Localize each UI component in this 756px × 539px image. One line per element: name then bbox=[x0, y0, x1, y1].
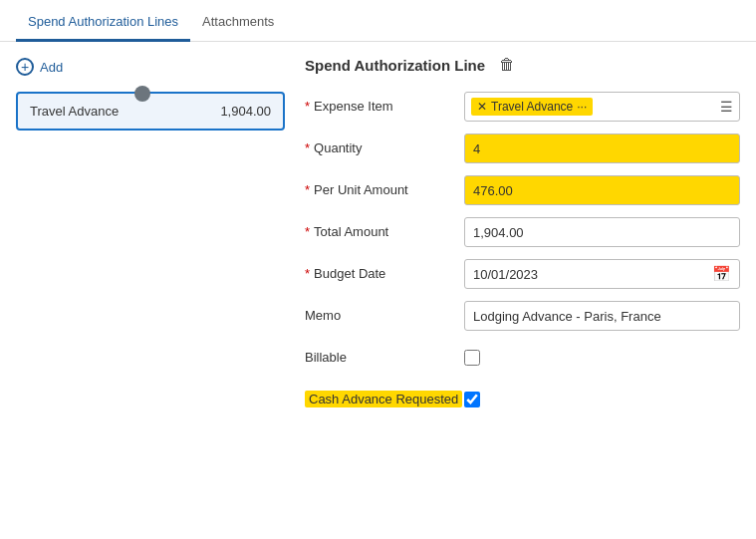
add-button-label: Add bbox=[40, 60, 63, 75]
cash-advance-label-wrap: Cash Advance Requested bbox=[305, 385, 464, 406]
left-panel: + Add Travel Advance 1,904.00 bbox=[16, 54, 285, 426]
expense-tag-text: Travel Advance bbox=[491, 100, 573, 114]
add-button[interactable]: + Add bbox=[16, 54, 63, 80]
required-star-qty: * bbox=[305, 140, 310, 155]
line-item-name: Travel Advance bbox=[30, 104, 119, 119]
budget-date-input[interactable] bbox=[473, 267, 708, 282]
memo-input[interactable] bbox=[464, 301, 740, 331]
cash-advance-control bbox=[464, 385, 740, 414]
quantity-label: *Quantity bbox=[305, 134, 464, 155]
cash-advance-label: Cash Advance Requested bbox=[305, 391, 462, 407]
required-star: * bbox=[305, 99, 310, 114]
quantity-control bbox=[464, 134, 740, 163]
expense-item-control: ✕ Travel Advance ··· ☰ bbox=[464, 92, 740, 122]
line-item[interactable]: Travel Advance 1,904.00 bbox=[16, 92, 285, 131]
tab-bar: Spend Authorization Lines Attachments bbox=[0, 0, 756, 42]
section-header: Spend Authorization Line 🗑 bbox=[305, 54, 740, 76]
billable-checkbox[interactable] bbox=[464, 350, 480, 366]
required-star-bd: * bbox=[305, 266, 310, 281]
expense-item-field[interactable]: ✕ Travel Advance ··· ☰ bbox=[464, 92, 740, 122]
quantity-input[interactable] bbox=[464, 134, 740, 163]
date-field-wrap: 📅 bbox=[464, 259, 740, 289]
expense-tag-x[interactable]: ✕ bbox=[477, 100, 487, 114]
line-item-amount: 1,904.00 bbox=[220, 104, 271, 119]
expense-item-tag: ✕ Travel Advance ··· bbox=[471, 98, 593, 116]
total-amount-row: *Total Amount bbox=[305, 217, 740, 249]
budget-date-label: *Budget Date bbox=[305, 259, 464, 281]
memo-control bbox=[464, 301, 740, 331]
per-unit-amount-row: *Per Unit Amount bbox=[305, 175, 740, 207]
budget-date-control: 📅 bbox=[464, 259, 740, 289]
per-unit-amount-label: *Per Unit Amount bbox=[305, 175, 464, 197]
total-amount-input[interactable] bbox=[464, 217, 740, 247]
billable-label: Billable bbox=[305, 343, 464, 365]
cash-advance-checkbox-wrap bbox=[464, 385, 740, 414]
quantity-row: *Quantity bbox=[305, 134, 740, 165]
memo-label: Memo bbox=[305, 301, 464, 323]
main-content: + Add Travel Advance 1,904.00 Spend Auth… bbox=[0, 42, 756, 438]
billable-checkbox-wrap bbox=[464, 343, 740, 373]
tab-attachments[interactable]: Attachments bbox=[190, 0, 286, 42]
delete-button[interactable]: 🗑 bbox=[495, 54, 519, 76]
required-star-pua: * bbox=[305, 182, 310, 197]
billable-row: Billable bbox=[305, 343, 740, 375]
calendar-icon[interactable]: 📅 bbox=[712, 265, 731, 283]
expense-item-row: *Expense Item ✕ Travel Advance ··· ☰ bbox=[305, 92, 740, 124]
expense-item-label: *Expense Item bbox=[305, 92, 464, 114]
tab-spend-authorization-lines[interactable]: Spend Authorization Lines bbox=[16, 0, 190, 42]
required-star-ta: * bbox=[305, 224, 310, 239]
list-icon[interactable]: ☰ bbox=[720, 99, 733, 115]
cash-advance-checkbox[interactable] bbox=[464, 392, 480, 407]
section-title: Spend Authorization Line bbox=[305, 57, 485, 74]
right-panel: Spend Authorization Line 🗑 *Expense Item… bbox=[285, 54, 740, 426]
expense-tag-dots: ··· bbox=[577, 100, 587, 114]
drag-handle[interactable] bbox=[134, 86, 150, 102]
budget-date-row: *Budget Date 📅 bbox=[305, 259, 740, 291]
per-unit-amount-input[interactable] bbox=[464, 175, 740, 205]
memo-row: Memo bbox=[305, 301, 740, 333]
total-amount-label: *Total Amount bbox=[305, 217, 464, 239]
cash-advance-row: Cash Advance Requested bbox=[305, 385, 740, 416]
plus-circle-icon: + bbox=[16, 58, 34, 76]
total-amount-control bbox=[464, 217, 740, 247]
billable-control bbox=[464, 343, 740, 373]
per-unit-amount-control bbox=[464, 175, 740, 205]
